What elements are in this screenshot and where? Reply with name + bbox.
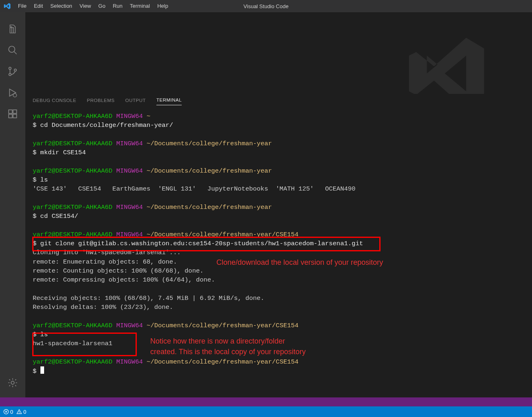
menu-edit[interactable]: Edit bbox=[30, 0, 47, 12]
menu-bar: File Edit Selection View Go Run Terminal… bbox=[14, 0, 172, 12]
svg-point-15 bbox=[19, 413, 20, 413]
prompt-user: yarf2@DESKTOP-AHKAA6D bbox=[33, 140, 112, 147]
prompt-user: yarf2@DESKTOP-AHKAA6D bbox=[33, 231, 112, 238]
svg-rect-9 bbox=[13, 110, 17, 113]
tab-terminal[interactable]: TERMINAL bbox=[156, 98, 182, 105]
clone-output-line: remote: Counting objects: 100% (68/68), … bbox=[33, 267, 204, 275]
cmd-git-clone: $ git clone git@gitlab.cs.washington.edu… bbox=[33, 240, 363, 247]
ls-output: 'CSE 143' CSE154 EarthGames 'ENGL 131' J… bbox=[33, 185, 356, 193]
menu-file[interactable]: File bbox=[14, 0, 30, 12]
tab-debug-console[interactable]: DEBUG CONSOLE bbox=[33, 98, 76, 105]
settings-gear-icon[interactable] bbox=[3, 372, 22, 393]
extensions-icon[interactable] bbox=[3, 103, 22, 124]
menu-run[interactable]: Run bbox=[109, 0, 126, 12]
svg-point-4 bbox=[14, 69, 16, 71]
prompt-path: ~/Documents/college/freshman-year bbox=[147, 204, 272, 211]
cmd-cd-cse154: $ cd CSE154/ bbox=[33, 213, 78, 220]
svg-point-5 bbox=[13, 93, 17, 97]
editor-background bbox=[25, 12, 532, 94]
svg-point-0 bbox=[9, 46, 15, 52]
warning-icon bbox=[16, 409, 22, 415]
cmd-mkdir: $ mkdir CSE154 bbox=[33, 149, 86, 156]
svg-point-2 bbox=[9, 67, 11, 69]
prompt-user: yarf2@DESKTOP-AHKAA6D bbox=[33, 167, 112, 175]
status-warnings-count: 0 bbox=[23, 409, 26, 415]
status-errors-count: 0 bbox=[10, 409, 13, 415]
prompt-path: ~/Documents/college/freshman-year/CSE154 bbox=[147, 322, 298, 329]
cmd-ls: $ ls bbox=[33, 176, 48, 184]
source-control-icon[interactable] bbox=[3, 61, 22, 82]
svg-rect-8 bbox=[13, 114, 17, 118]
menu-go[interactable]: Go bbox=[95, 0, 109, 12]
prompt-path: ~/Documents/college/freshman-year/CSE154 bbox=[147, 358, 298, 366]
ls2-output: hw1-spacedom-larsena1 bbox=[33, 340, 112, 347]
prompt-user: yarf2@DESKTOP-AHKAA6D bbox=[33, 113, 112, 120]
prompt-sys: MINGW64 bbox=[116, 322, 143, 329]
clone-output-line: remote: Enumerating objects: 68, done. bbox=[33, 258, 177, 266]
prompt-sys: MINGW64 bbox=[116, 358, 143, 366]
svg-rect-7 bbox=[9, 114, 12, 118]
prompt-sys: MINGW64 bbox=[116, 167, 143, 175]
svg-point-3 bbox=[9, 73, 11, 75]
prompt-sys: MINGW64 bbox=[116, 113, 143, 120]
prompt-dollar: $ bbox=[33, 368, 40, 375]
panel-tabs: DEBUG CONSOLE PROBLEMS OUTPUT TERMINAL bbox=[25, 94, 532, 109]
svg-point-10 bbox=[11, 381, 14, 384]
window-title: Visual Studio Code bbox=[243, 3, 288, 9]
clone-output-line: Resolving deltas: 100% (23/23), done. bbox=[33, 304, 173, 311]
clone-output-line: Receiving objects: 100% (68/68), 7.45 Mi… bbox=[33, 295, 264, 302]
svg-rect-6 bbox=[9, 110, 12, 113]
svg-line-1 bbox=[14, 51, 17, 54]
prompt-user: yarf2@DESKTOP-AHKAA6D bbox=[33, 204, 112, 211]
panel: DEBUG CONSOLE PROBLEMS OUTPUT TERMINAL y… bbox=[25, 94, 532, 397]
terminal-content[interactable]: yarf2@DESKTOP-AHKAA6D MINGW64 ~ $ cd Doc… bbox=[25, 109, 532, 397]
tab-problems[interactable]: PROBLEMS bbox=[87, 98, 115, 105]
editor-area: DEBUG CONSOLE PROBLEMS OUTPUT TERMINAL y… bbox=[25, 12, 532, 397]
prompt-user: yarf2@DESKTOP-AHKAA6D bbox=[33, 322, 112, 329]
clone-output-line: remote: Compressing objects: 100% (64/64… bbox=[33, 276, 215, 284]
menu-terminal[interactable]: Terminal bbox=[126, 0, 154, 12]
explorer-icon[interactable] bbox=[3, 18, 22, 40]
prompt-user: yarf2@DESKTOP-AHKAA6D bbox=[33, 358, 112, 366]
cmd-ls-2: $ ls bbox=[33, 331, 48, 338]
tab-output[interactable]: OUTPUT bbox=[125, 98, 146, 105]
menu-view[interactable]: View bbox=[76, 0, 95, 12]
activity-bar bbox=[0, 12, 25, 397]
terminal-cursor bbox=[40, 366, 44, 374]
cmd-cd-freshman: $ cd Documents/college/freshman-year/ bbox=[33, 122, 173, 129]
status-bar-purple-strip bbox=[0, 397, 532, 406]
status-bar-bottom: 0 0 bbox=[0, 406, 532, 417]
run-debug-icon[interactable] bbox=[3, 82, 22, 103]
status-bar: 0 0 bbox=[0, 397, 532, 417]
clone-output-line: Cloning into 'hw1-spacedom-larsena1'... bbox=[33, 249, 181, 256]
search-icon[interactable] bbox=[3, 40, 22, 61]
title-bar: File Edit Selection View Go Run Terminal… bbox=[0, 0, 532, 12]
vscode-logo bbox=[0, 2, 14, 10]
prompt-path: ~/Documents/college/freshman-year/CSE154 bbox=[147, 231, 298, 238]
prompt-path: ~/Documents/college/freshman-year bbox=[147, 167, 272, 175]
prompt-sys: MINGW64 bbox=[116, 204, 143, 211]
error-icon bbox=[3, 409, 9, 415]
status-errors[interactable]: 0 bbox=[3, 409, 13, 415]
prompt-sys: MINGW64 bbox=[116, 231, 143, 238]
menu-selection[interactable]: Selection bbox=[47, 0, 76, 12]
prompt-path: ~ bbox=[147, 113, 150, 120]
prompt-sys: MINGW64 bbox=[116, 140, 143, 147]
menu-help[interactable]: Help bbox=[154, 0, 172, 12]
status-warnings[interactable]: 0 bbox=[16, 409, 26, 415]
prompt-path: ~/Documents/college/freshman-year bbox=[147, 140, 272, 147]
